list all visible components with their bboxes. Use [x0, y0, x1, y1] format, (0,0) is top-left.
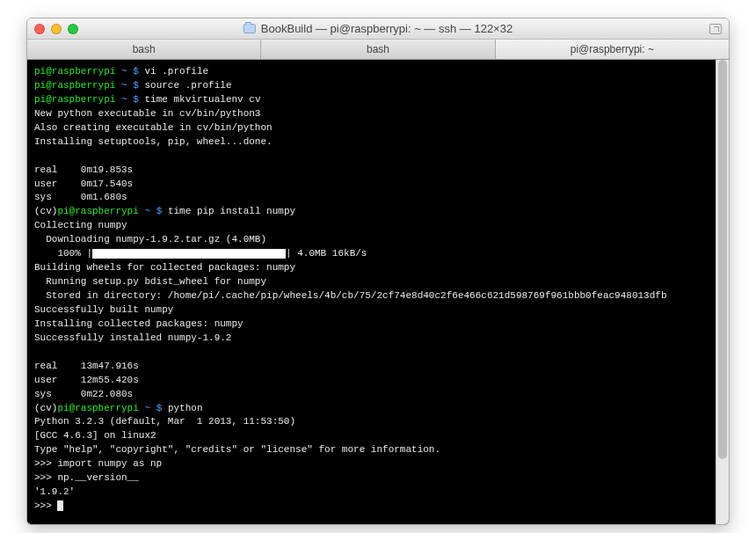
output-line: user 12m55.420s	[34, 375, 139, 385]
command: time mkvirtualenv cv	[144, 94, 260, 105]
prompt-symbol: $	[156, 403, 163, 413]
command: time pip install numpy	[168, 206, 295, 216]
prompt-user: pi@raspberrypi	[57, 403, 138, 413]
fullscreen-icon[interactable]	[709, 24, 722, 34]
cursor-icon	[57, 500, 63, 511]
repl-input: np.__version__	[57, 472, 138, 483]
folder-icon	[244, 24, 256, 33]
tab-bar: bash bash pi@raspberrypi: ~	[27, 40, 729, 60]
output-line: sys 0m22.080s	[34, 389, 133, 399]
scroll-thumb[interactable]	[718, 60, 727, 459]
output-line: Installing setuptools, pip, wheel...done…	[34, 136, 273, 147]
prompt-symbol: $	[156, 206, 163, 216]
prompt-path: ~	[144, 403, 150, 413]
output-line: user 0m17.540s	[34, 179, 133, 189]
output-line: Running setup.py bdist_wheel for numpy	[34, 276, 266, 287]
tab-bash-2[interactable]: bash	[261, 40, 495, 59]
output-line: New python executable in cv/bin/python3	[34, 108, 260, 119]
output-line: Also creating executable in cv/bin/pytho…	[34, 122, 273, 133]
prompt-path: ~	[121, 94, 127, 105]
progress-rate: | 4.0MB 16kB/s	[286, 248, 367, 259]
venv-prefix: (cv)	[34, 206, 57, 216]
terminal-wrap: pi@raspberrypi ~ $ vi .profile pi@raspbe…	[27, 60, 729, 524]
tab-label: bash	[367, 43, 389, 55]
repl-prompt: >>>	[34, 500, 57, 511]
output-line: Python 3.2.3 (default, Mar 1 2013, 11:53…	[34, 416, 295, 427]
window-title: BookBuild — pi@raspberrypi: ~ — ssh — 12…	[244, 22, 512, 35]
progress-bar-icon	[92, 249, 286, 259]
scrollbar[interactable]	[716, 60, 729, 524]
prompt-path: ~	[121, 80, 127, 91]
output-line: Stored in directory: /home/pi/.cache/pip…	[34, 290, 667, 301]
command: vi .profile	[144, 66, 208, 77]
repl-output: '1.9.2'	[34, 486, 75, 497]
progress-pct: 100% |	[34, 248, 92, 259]
output-line: Type "help", "copyright", "credits" or "…	[34, 444, 440, 455]
prompt-user: pi@raspberrypi	[57, 206, 138, 216]
output-line: Successfully built numpy	[34, 304, 173, 315]
prompt-symbol: $	[133, 94, 139, 105]
output-line: [GCC 4.6.3] on linux2	[34, 430, 156, 441]
output-line: Downloading numpy-1.9.2.tar.gz (4.0MB)	[34, 234, 266, 245]
prompt-user: pi@raspberrypi	[34, 80, 115, 91]
repl-prompt: >>>	[34, 458, 57, 469]
zoom-icon[interactable]	[68, 24, 78, 34]
prompt-symbol: $	[133, 66, 139, 77]
minimize-icon[interactable]	[51, 24, 62, 34]
terminal-content[interactable]: pi@raspberrypi ~ $ vi .profile pi@raspbe…	[27, 60, 716, 524]
output-line: Building wheels for collected packages: …	[34, 262, 295, 273]
traffic-lights	[34, 24, 78, 34]
prompt-user: pi@raspberrypi	[34, 66, 115, 77]
prompt-path: ~	[121, 66, 127, 77]
output-line: Successfully installed numpy-1.9.2	[34, 332, 231, 343]
repl-prompt: >>>	[34, 472, 57, 483]
output-line: real 0m19.853s	[34, 164, 133, 175]
prompt-symbol: $	[133, 80, 139, 91]
output-line: Installing collected packages: numpy	[34, 318, 244, 329]
output-line: real 13m47.916s	[34, 361, 139, 371]
prompt-path: ~	[144, 206, 150, 216]
tab-raspberrypi[interactable]: pi@raspberrypi: ~	[496, 40, 729, 59]
close-icon[interactable]	[34, 24, 45, 34]
output-line: Collecting numpy	[34, 220, 127, 230]
tab-label: bash	[133, 43, 156, 55]
command: source .profile	[144, 80, 231, 91]
title-text: BookBuild — pi@raspberrypi: ~ — ssh — 12…	[261, 22, 512, 35]
window-titlebar[interactable]: BookBuild — pi@raspberrypi: ~ — ssh — 12…	[27, 18, 729, 40]
venv-prefix: (cv)	[34, 403, 57, 413]
repl-input: import numpy as np	[57, 458, 162, 469]
tab-label: pi@raspberrypi: ~	[571, 43, 654, 55]
command: python	[168, 403, 203, 413]
terminal-window: BookBuild — pi@raspberrypi: ~ — ssh — 12…	[26, 18, 730, 525]
prompt-user: pi@raspberrypi	[34, 94, 115, 105]
output-line: sys 0m1.680s	[34, 192, 127, 202]
tab-bash-1[interactable]: bash	[27, 40, 261, 59]
